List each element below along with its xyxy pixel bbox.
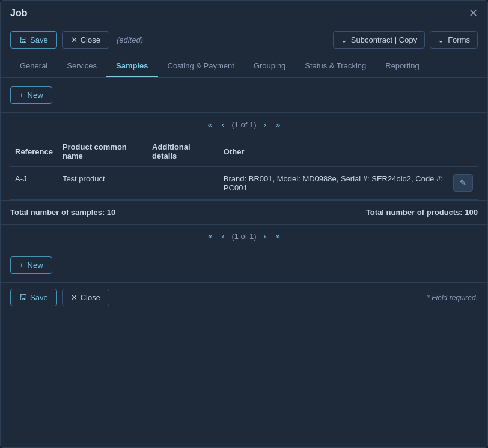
save-label: Save xyxy=(30,35,48,44)
bottom-new-button[interactable]: + New xyxy=(10,256,52,274)
tab-services[interactable]: Services xyxy=(57,55,106,77)
top-new-button[interactable]: + New xyxy=(10,86,52,104)
last-page-top-button[interactable]: » xyxy=(273,119,282,130)
pagination-top: « ‹ (1 of 1) › » xyxy=(1,113,487,136)
next-page-top-button[interactable]: › xyxy=(261,119,269,130)
edit-row-button[interactable]: ✎ xyxy=(453,174,473,192)
col-header-reference: Reference xyxy=(10,136,58,167)
footer-close-icon: ✕ xyxy=(71,293,78,302)
pagination-bottom-info: (1 of 1) xyxy=(231,232,256,241)
footer-buttons: 🖫 Save ✕ Close xyxy=(10,289,109,306)
plus-icon-bottom: + xyxy=(19,261,24,270)
tab-grouping[interactable]: Grouping xyxy=(244,55,295,77)
subcontract-copy-button[interactable]: ⌄ Subcontract | Copy xyxy=(333,31,425,49)
samples-table: Reference Product common name Additional… xyxy=(10,136,478,200)
forms-label: Forms xyxy=(448,35,470,44)
tab-costing[interactable]: Costing & Payment xyxy=(158,55,244,77)
total-products: Total number of products: 100 xyxy=(366,208,478,217)
col-header-product-common-name: Product common name xyxy=(58,136,147,167)
prev-page-bottom-button[interactable]: ‹ xyxy=(219,231,227,242)
prev-page-top-button[interactable]: ‹ xyxy=(219,119,227,130)
pagination-bottom: « ‹ (1 of 1) › » xyxy=(1,225,487,248)
save-icon: 🖫 xyxy=(19,35,27,44)
chevron-down-icon: ⌄ xyxy=(341,35,347,44)
tab-samples[interactable]: Samples xyxy=(106,55,157,77)
cell-reference: A-J xyxy=(10,167,58,200)
bottom-new-bar: + New xyxy=(1,248,487,283)
required-note: * Field required. xyxy=(427,294,478,302)
close-icon: ✕ xyxy=(71,35,78,44)
first-page-bottom-button[interactable]: « xyxy=(206,231,215,242)
edited-label: (edited) xyxy=(117,35,143,44)
toolbar: 🖫 Save ✕ Close (edited) ⌄ Subcontract | … xyxy=(1,25,487,55)
col-header-other: Other xyxy=(219,136,448,167)
cell-other: Brand: BR001, Model: MD0988e, Serial #: … xyxy=(219,167,448,200)
close-button[interactable]: ✕ Close xyxy=(62,31,109,49)
cell-product-common-name: Test product xyxy=(58,167,147,200)
table-row: A-J Test product Brand: BR001, Model: MD… xyxy=(10,167,478,200)
footer-save-button[interactable]: 🖫 Save xyxy=(10,289,57,306)
close-label: Close xyxy=(81,35,100,44)
cell-actions: ✎ xyxy=(448,167,478,200)
last-page-bottom-button[interactable]: » xyxy=(273,231,282,242)
content-area: + New « ‹ (1 of 1) › » Reference Product… xyxy=(1,78,487,447)
footer-save-label: Save xyxy=(30,293,48,302)
footer-save-icon: 🖫 xyxy=(19,293,27,302)
footer-close-label: Close xyxy=(81,293,100,302)
modal-header: Job ✕ xyxy=(1,1,487,25)
tab-general[interactable]: General xyxy=(10,55,57,77)
bottom-new-label: New xyxy=(28,261,43,270)
job-modal: Job ✕ 🖫 Save ✕ Close (edited) ⌄ Subcontr… xyxy=(0,0,488,448)
tab-reporting[interactable]: Reporting xyxy=(376,55,429,77)
chevron-down-icon-forms: ⌄ xyxy=(438,35,444,44)
table-header-row: Reference Product common name Additional… xyxy=(10,136,478,167)
top-new-bar: + New xyxy=(1,78,487,113)
save-button[interactable]: 🖫 Save xyxy=(10,31,57,49)
top-new-label: New xyxy=(28,91,43,100)
plus-icon-top: + xyxy=(19,91,24,100)
pagination-top-info: (1 of 1) xyxy=(231,120,256,129)
tabs: General Services Samples Costing & Payme… xyxy=(1,55,487,78)
first-page-top-button[interactable]: « xyxy=(206,119,215,130)
col-header-additional-details: Additional details xyxy=(147,136,219,167)
total-samples: Total number of samples: 10 xyxy=(10,208,115,217)
tab-status[interactable]: Status & Tracking xyxy=(295,55,376,77)
forms-button[interactable]: ⌄ Forms xyxy=(430,31,478,49)
toolbar-right: ⌄ Subcontract | Copy ⌄ Forms xyxy=(333,31,478,49)
modal-footer: 🖫 Save ✕ Close * Field required. xyxy=(1,283,487,312)
samples-table-section: Reference Product common name Additional… xyxy=(1,136,487,200)
footer-close-button[interactable]: ✕ Close xyxy=(62,289,109,306)
next-page-bottom-button[interactable]: › xyxy=(261,231,269,242)
totals-row: Total number of samples: 10 Total number… xyxy=(1,200,487,225)
col-header-actions xyxy=(448,136,478,167)
modal-title: Job xyxy=(10,8,27,19)
cell-additional-details xyxy=(147,167,219,200)
modal-close-x-button[interactable]: ✕ xyxy=(469,8,478,19)
subcontract-copy-label: Subcontract | Copy xyxy=(351,35,417,44)
